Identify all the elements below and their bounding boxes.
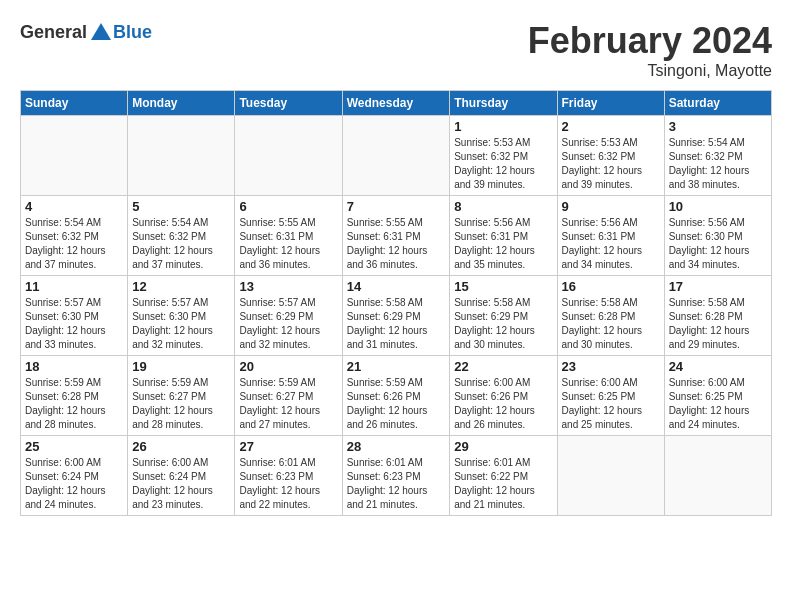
calendar-cell: 28Sunrise: 6:01 AM Sunset: 6:23 PM Dayli… [342,436,450,516]
day-info: Sunrise: 5:58 AM Sunset: 6:28 PM Dayligh… [669,296,767,352]
day-info: Sunrise: 5:53 AM Sunset: 6:32 PM Dayligh… [562,136,660,192]
calendar-table: SundayMondayTuesdayWednesdayThursdayFrid… [20,90,772,516]
page-header: General Blue February 2024 Tsingoni, May… [20,20,772,80]
calendar-cell: 15Sunrise: 5:58 AM Sunset: 6:29 PM Dayli… [450,276,557,356]
calendar-cell: 14Sunrise: 5:58 AM Sunset: 6:29 PM Dayli… [342,276,450,356]
calendar-week-row: 18Sunrise: 5:59 AM Sunset: 6:28 PM Dayli… [21,356,772,436]
calendar-cell: 22Sunrise: 6:00 AM Sunset: 6:26 PM Dayli… [450,356,557,436]
calendar-week-row: 25Sunrise: 6:00 AM Sunset: 6:24 PM Dayli… [21,436,772,516]
day-number: 1 [454,119,552,134]
day-info: Sunrise: 5:54 AM Sunset: 6:32 PM Dayligh… [25,216,123,272]
calendar-cell [21,116,128,196]
day-info: Sunrise: 5:57 AM Sunset: 6:30 PM Dayligh… [132,296,230,352]
calendar-cell: 27Sunrise: 6:01 AM Sunset: 6:23 PM Dayli… [235,436,342,516]
calendar-cell [342,116,450,196]
day-number: 2 [562,119,660,134]
day-info: Sunrise: 6:00 AM Sunset: 6:25 PM Dayligh… [562,376,660,432]
column-header-wednesday: Wednesday [342,91,450,116]
logo-icon [89,20,113,44]
day-info: Sunrise: 5:56 AM Sunset: 6:31 PM Dayligh… [562,216,660,272]
day-number: 29 [454,439,552,454]
logo: General Blue [20,20,152,44]
day-info: Sunrise: 6:01 AM Sunset: 6:22 PM Dayligh… [454,456,552,512]
column-header-thursday: Thursday [450,91,557,116]
day-info: Sunrise: 5:59 AM Sunset: 6:27 PM Dayligh… [132,376,230,432]
day-number: 4 [25,199,123,214]
day-info: Sunrise: 5:55 AM Sunset: 6:31 PM Dayligh… [347,216,446,272]
day-number: 16 [562,279,660,294]
calendar-cell: 11Sunrise: 5:57 AM Sunset: 6:30 PM Dayli… [21,276,128,356]
day-number: 8 [454,199,552,214]
day-number: 3 [669,119,767,134]
calendar-cell: 12Sunrise: 5:57 AM Sunset: 6:30 PM Dayli… [128,276,235,356]
calendar-week-row: 4Sunrise: 5:54 AM Sunset: 6:32 PM Daylig… [21,196,772,276]
day-number: 17 [669,279,767,294]
calendar-cell [235,116,342,196]
calendar-cell: 26Sunrise: 6:00 AM Sunset: 6:24 PM Dayli… [128,436,235,516]
column-header-saturday: Saturday [664,91,771,116]
day-number: 18 [25,359,123,374]
logo-general: General [20,22,87,43]
calendar-cell: 6Sunrise: 5:55 AM Sunset: 6:31 PM Daylig… [235,196,342,276]
calendar-cell: 8Sunrise: 5:56 AM Sunset: 6:31 PM Daylig… [450,196,557,276]
location-title: Tsingoni, Mayotte [528,62,772,80]
calendar-cell: 7Sunrise: 5:55 AM Sunset: 6:31 PM Daylig… [342,196,450,276]
calendar-cell: 17Sunrise: 5:58 AM Sunset: 6:28 PM Dayli… [664,276,771,356]
day-number: 19 [132,359,230,374]
calendar-cell: 13Sunrise: 5:57 AM Sunset: 6:29 PM Dayli… [235,276,342,356]
day-info: Sunrise: 6:00 AM Sunset: 6:24 PM Dayligh… [25,456,123,512]
day-info: Sunrise: 5:59 AM Sunset: 6:26 PM Dayligh… [347,376,446,432]
day-info: Sunrise: 5:54 AM Sunset: 6:32 PM Dayligh… [132,216,230,272]
day-number: 10 [669,199,767,214]
calendar-cell: 23Sunrise: 6:00 AM Sunset: 6:25 PM Dayli… [557,356,664,436]
column-header-tuesday: Tuesday [235,91,342,116]
calendar-cell: 16Sunrise: 5:58 AM Sunset: 6:28 PM Dayli… [557,276,664,356]
day-info: Sunrise: 5:58 AM Sunset: 6:28 PM Dayligh… [562,296,660,352]
calendar-cell: 24Sunrise: 6:00 AM Sunset: 6:25 PM Dayli… [664,356,771,436]
day-number: 7 [347,199,446,214]
day-info: Sunrise: 5:58 AM Sunset: 6:29 PM Dayligh… [454,296,552,352]
day-number: 14 [347,279,446,294]
day-info: Sunrise: 6:01 AM Sunset: 6:23 PM Dayligh… [239,456,337,512]
day-number: 13 [239,279,337,294]
day-info: Sunrise: 5:55 AM Sunset: 6:31 PM Dayligh… [239,216,337,272]
day-number: 26 [132,439,230,454]
column-header-sunday: Sunday [21,91,128,116]
calendar-cell: 4Sunrise: 5:54 AM Sunset: 6:32 PM Daylig… [21,196,128,276]
calendar-header-row: SundayMondayTuesdayWednesdayThursdayFrid… [21,91,772,116]
calendar-cell: 18Sunrise: 5:59 AM Sunset: 6:28 PM Dayli… [21,356,128,436]
calendar-cell: 29Sunrise: 6:01 AM Sunset: 6:22 PM Dayli… [450,436,557,516]
calendar-cell: 19Sunrise: 5:59 AM Sunset: 6:27 PM Dayli… [128,356,235,436]
calendar-cell: 2Sunrise: 5:53 AM Sunset: 6:32 PM Daylig… [557,116,664,196]
calendar-cell: 10Sunrise: 5:56 AM Sunset: 6:30 PM Dayli… [664,196,771,276]
day-info: Sunrise: 6:00 AM Sunset: 6:26 PM Dayligh… [454,376,552,432]
column-header-monday: Monday [128,91,235,116]
day-info: Sunrise: 6:00 AM Sunset: 6:25 PM Dayligh… [669,376,767,432]
day-info: Sunrise: 6:01 AM Sunset: 6:23 PM Dayligh… [347,456,446,512]
day-number: 21 [347,359,446,374]
day-info: Sunrise: 5:57 AM Sunset: 6:30 PM Dayligh… [25,296,123,352]
calendar-cell: 3Sunrise: 5:54 AM Sunset: 6:32 PM Daylig… [664,116,771,196]
day-info: Sunrise: 5:54 AM Sunset: 6:32 PM Dayligh… [669,136,767,192]
calendar-week-row: 11Sunrise: 5:57 AM Sunset: 6:30 PM Dayli… [21,276,772,356]
svg-marker-0 [91,23,111,40]
day-number: 5 [132,199,230,214]
calendar-cell: 1Sunrise: 5:53 AM Sunset: 6:32 PM Daylig… [450,116,557,196]
day-number: 24 [669,359,767,374]
day-info: Sunrise: 5:57 AM Sunset: 6:29 PM Dayligh… [239,296,337,352]
calendar-cell [128,116,235,196]
calendar-cell: 5Sunrise: 5:54 AM Sunset: 6:32 PM Daylig… [128,196,235,276]
title-block: February 2024 Tsingoni, Mayotte [528,20,772,80]
day-number: 28 [347,439,446,454]
column-header-friday: Friday [557,91,664,116]
month-title: February 2024 [528,20,772,62]
calendar-cell: 25Sunrise: 6:00 AM Sunset: 6:24 PM Dayli… [21,436,128,516]
calendar-cell: 21Sunrise: 5:59 AM Sunset: 6:26 PM Dayli… [342,356,450,436]
day-info: Sunrise: 5:58 AM Sunset: 6:29 PM Dayligh… [347,296,446,352]
day-info: Sunrise: 5:53 AM Sunset: 6:32 PM Dayligh… [454,136,552,192]
day-number: 20 [239,359,337,374]
day-number: 12 [132,279,230,294]
day-info: Sunrise: 6:00 AM Sunset: 6:24 PM Dayligh… [132,456,230,512]
day-number: 11 [25,279,123,294]
logo-blue: Blue [113,22,152,43]
